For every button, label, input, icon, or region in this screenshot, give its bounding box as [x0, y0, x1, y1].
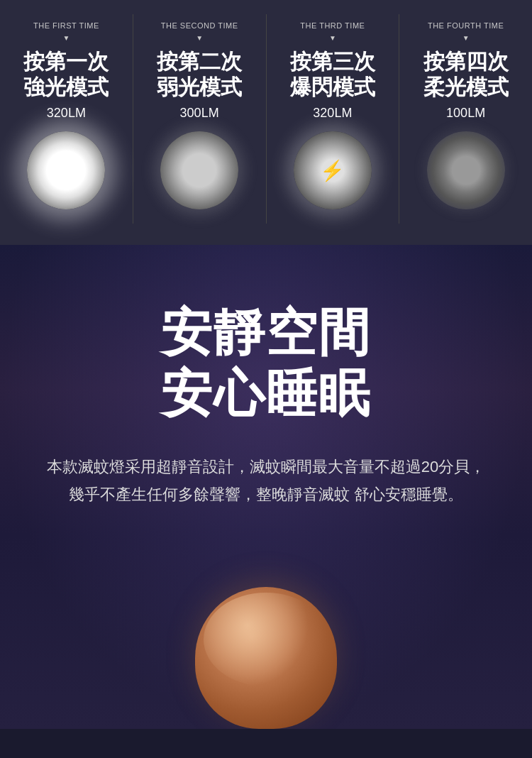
mode-4-title: 按第四次 柔光模式 — [423, 49, 509, 100]
mode-1-lumens: 320LM — [47, 106, 86, 121]
mode-1-title-line2: 強光模式 — [23, 75, 109, 99]
mode-2-title: 按第二次 弱光模式 — [157, 49, 242, 100]
baby-image-area — [160, 551, 372, 729]
mode-3-time-label: THE THRD TIME — [300, 21, 365, 30]
mode-1-light-circle — [27, 131, 105, 209]
mode-1-title: 按第一次 強光模式 — [23, 49, 109, 100]
lightning-icon: ⚡ — [320, 158, 345, 183]
main-title: 安靜空間 安心睡眠 — [161, 302, 371, 424]
mode-2-light-circle — [160, 131, 238, 209]
main-title-line1: 安靜空間 — [161, 302, 371, 363]
mode-2-lumens: 300LM — [180, 106, 219, 121]
bottom-section: 安靜空間 安心睡眠 本款滅蚊燈采用超靜音設計，滅蚊瞬間最大音量不超過20分貝，幾… — [0, 245, 532, 729]
mode-1-title-line1: 按第一次 — [23, 50, 109, 73]
mode-4-arrow: ▼ — [462, 34, 470, 42]
mode-4-light-circle — [427, 131, 505, 209]
mode-3-title-line2: 爆閃模式 — [290, 75, 375, 99]
description-text: 本款滅蚊燈采用超靜音設計，滅蚊瞬間最大音量不超過20分貝，幾乎不產生任何多餘聲響… — [46, 453, 486, 509]
top-section: THE FIRST TIME ▼ 按第一次 強光模式 320LM THE SEC… — [0, 0, 532, 245]
mode-3-title: 按第三次 爆閃模式 — [290, 49, 375, 100]
mode-col-2: THE SECOND TIME ▼ 按第二次 弱光模式 300LM — [133, 14, 267, 224]
mode-1-time-label: THE FIRST TIME — [33, 21, 99, 30]
baby-head-silhouette — [195, 587, 337, 729]
mode-2-title-line1: 按第二次 — [157, 50, 242, 73]
mode-3-lumens: 320LM — [313, 106, 352, 121]
mode-4-title-line1: 按第四次 — [423, 50, 509, 73]
mode-2-arrow: ▼ — [196, 34, 203, 42]
mode-1-arrow: ▼ — [62, 34, 70, 42]
mode-col-4: THE FOURTH TIME ▼ 按第四次 柔光模式 100LM — [399, 14, 532, 224]
modes-grid: THE FIRST TIME ▼ 按第一次 強光模式 320LM THE SEC… — [0, 14, 532, 224]
mode-col-1: THE FIRST TIME ▼ 按第一次 強光模式 320LM — [0, 14, 133, 224]
mode-4-title-line2: 柔光模式 — [423, 75, 509, 99]
mode-4-lumens: 100LM — [446, 106, 485, 121]
main-title-line2: 安心睡眠 — [161, 363, 371, 424]
mode-3-light-circle: ⚡ — [294, 131, 372, 209]
mode-3-arrow: ▼ — [329, 34, 336, 42]
mode-2-time-label: THE SECOND TIME — [161, 21, 238, 30]
mode-2-title-line2: 弱光模式 — [157, 75, 242, 99]
mode-4-time-label: THE FOURTH TIME — [428, 21, 504, 30]
mode-3-title-line1: 按第三次 — [290, 50, 375, 73]
mode-col-3: THE THRD TIME ▼ 按第三次 爆閃模式 320LM ⚡ — [267, 14, 400, 224]
